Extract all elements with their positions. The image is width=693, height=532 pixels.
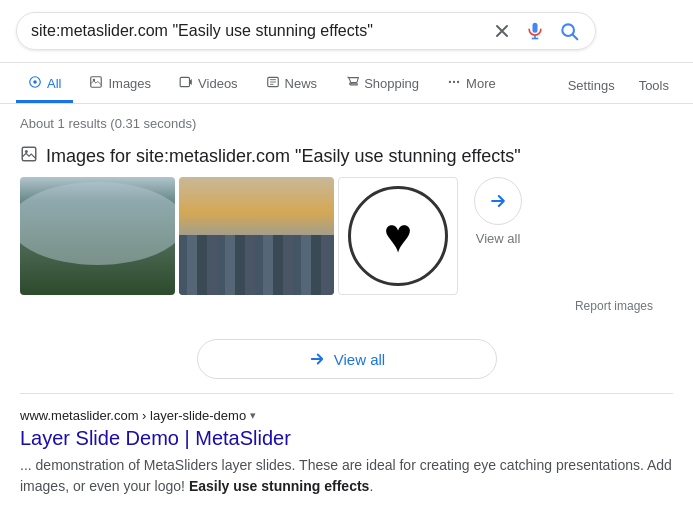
result-snippet-bold: Easily use stunning effects [189,478,370,494]
images-section: Images for site:metaslider.com "Easily u… [0,137,693,333]
search-bar-container [0,0,693,63]
heart-circle: ♥ [348,186,448,286]
tools-link[interactable]: Tools [631,70,677,101]
result-url-text: www.metaslider.com › layer-slide-demo [20,408,246,423]
search-button[interactable] [557,19,581,43]
result-title[interactable]: Layer Slide Demo | MetaSlider [20,425,673,451]
images-grid: ♥ [20,177,458,295]
close-icon [493,22,511,40]
arrow-right-small-icon [308,350,326,368]
search-bar [16,12,596,50]
result-snippet: ... demonstration of MetaSliders layer s… [20,455,673,497]
tab-shopping-label: Shopping [364,76,419,91]
tab-news-label: News [285,76,318,91]
svg-point-6 [33,80,37,84]
images-header: Images for site:metaslider.com "Easily u… [20,145,673,167]
shopping-icon [345,75,359,92]
tab-all[interactable]: All [16,67,73,103]
tab-videos-label: Videos [198,76,238,91]
svg-rect-9 [180,77,189,86]
tab-images[interactable]: Images [77,67,163,103]
results-info: About 1 results (0.31 seconds) [0,104,693,137]
view-all-button-label: View all [334,351,385,368]
tab-news[interactable]: News [254,67,330,103]
all-icon [28,75,42,92]
svg-point-17 [457,81,459,83]
search-result-0: www.metaslider.com › layer-slide-demo ▾ … [0,394,693,507]
clear-button[interactable] [491,20,513,42]
report-images-link[interactable]: Report images [575,299,653,313]
videos-icon [179,75,193,92]
more-icon [447,75,461,92]
image-thumbnail-mountain[interactable] [20,177,175,295]
images-icon [89,75,103,92]
search-icon [559,21,579,41]
image-thumbnail-heart[interactable]: ♥ [338,177,458,295]
svg-rect-18 [22,147,36,161]
arrow-right-icon [488,191,508,211]
tab-shopping[interactable]: Shopping [333,67,431,103]
view-all-button[interactable]: View all [197,339,497,379]
view-all-label: View all [476,231,521,246]
svg-point-16 [453,81,455,83]
svg-point-15 [449,81,451,83]
search-input[interactable] [31,22,491,40]
results-count: About 1 results (0.31 seconds) [20,116,196,131]
tab-more-label: More [466,76,496,91]
result-url: www.metaslider.com › layer-slide-demo ▾ [20,408,673,423]
svg-line-4 [573,35,578,40]
view-all-arrow-section: View all [474,177,522,246]
image-thumbnail-city[interactable] [179,177,334,295]
tab-videos[interactable]: Videos [167,67,250,103]
microphone-button[interactable] [523,19,547,43]
svg-point-19 [25,150,28,153]
nav-right: Settings Tools [560,70,677,101]
report-images-container: Report images [20,295,673,321]
svg-rect-0 [533,23,538,33]
images-section-title: Images for site:metaslider.com "Easily u… [46,146,521,167]
result-snippet-end: . [369,478,373,494]
news-icon [266,75,280,92]
tab-images-label: Images [108,76,151,91]
view-all-bar: View all [0,333,693,393]
microphone-icon [525,21,545,41]
nav-tabs: All Images Videos News Shopping More Set… [0,63,693,104]
tab-all-label: All [47,76,61,91]
settings-link[interactable]: Settings [560,70,623,101]
tab-more[interactable]: More [435,67,508,103]
view-all-arrow-button[interactable] [474,177,522,225]
result-url-dropdown[interactable]: ▾ [250,409,256,422]
image-grid-icon [20,145,38,167]
heart-symbol: ♥ [384,212,413,260]
search-bar-icons [491,19,581,43]
